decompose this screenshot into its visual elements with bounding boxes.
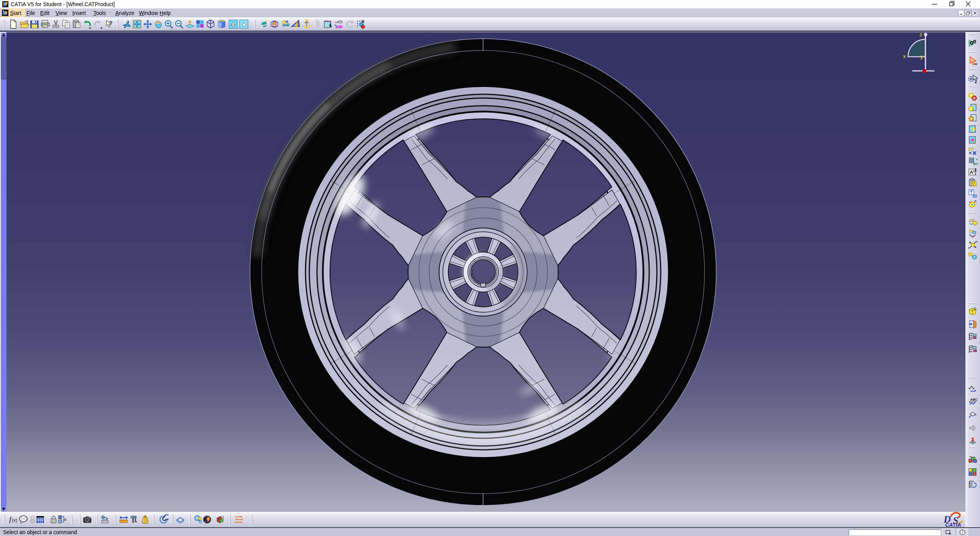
svg-text:(x): (x)	[12, 518, 17, 523]
svg-text:1: 1	[297, 22, 299, 26]
svg-text:CATIA: CATIA	[945, 522, 961, 527]
svg-text:y: y	[920, 54, 923, 60]
svg-text:n: n	[974, 199, 977, 203]
svg-text:o: o	[974, 307, 976, 311]
svg-text:ABC: ABC	[970, 398, 978, 402]
svg-text:z: z	[920, 32, 922, 38]
svg-text:i: i	[962, 530, 963, 534]
svg-text:x: x	[903, 53, 906, 59]
svg-text:?: ?	[109, 20, 113, 26]
